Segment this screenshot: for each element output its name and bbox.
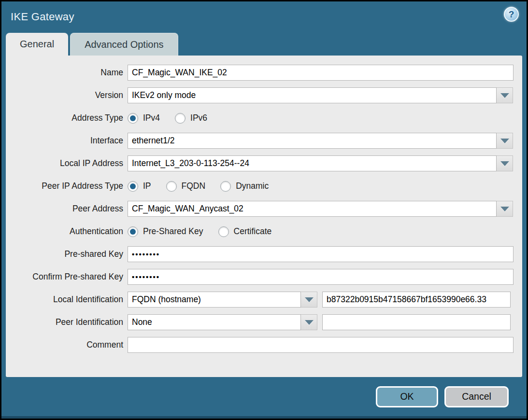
version-dropdown-button[interactable]: [497, 87, 513, 103]
comment-label: Comment: [6, 340, 123, 350]
dialog-titlebar: IKE Gateway ?: [1, 1, 527, 32]
local-identification-type-value: FQDN (hostname): [128, 292, 301, 308]
peer-address-dropdown-button[interactable]: [497, 201, 513, 217]
local-identification-type-dropdown[interactable]: FQDN (hostname): [128, 292, 317, 308]
version-row: Version IKEv2 only mode: [6, 87, 522, 103]
chevron-down-icon: [500, 139, 509, 143]
comment-row: Comment: [6, 337, 522, 353]
interface-dropdown-button[interactable]: [497, 133, 513, 149]
help-icon[interactable]: ?: [504, 7, 519, 22]
interface-row: Interface ethernet1/2: [6, 133, 522, 149]
radio-option-ip[interactable]: IP: [128, 181, 151, 192]
peer-identification-type-dropdown[interactable]: None: [128, 314, 317, 330]
chevron-down-icon: [500, 93, 509, 98]
local-identification-label: Local Identification: [6, 294, 123, 305]
radio-option-pre-shared-key[interactable]: Pre-Shared Key: [128, 226, 203, 237]
interface-dropdown[interactable]: ethernet1/2: [128, 133, 513, 149]
local-ip-address-row: Local IP Address Internet_L3_203-0-113-2…: [6, 155, 522, 171]
dialog-title: IKE Gateway: [11, 11, 74, 23]
pre-shared-key-row: Pre-shared Key: [6, 246, 522, 262]
radio-option-ipv6[interactable]: IPv6: [175, 113, 207, 124]
authentication-label: Authentication: [6, 226, 123, 237]
peer-address-dropdown[interactable]: CF_Magic_WAN_Anycast_02: [128, 201, 513, 217]
radio-button-ipv4[interactable]: [128, 113, 138, 124]
radio-button-pre-shared-key[interactable]: [128, 226, 138, 237]
peer-ip-address-type-row: Peer IP Address Type IP FQDN Dynamic: [6, 178, 522, 194]
ike-gateway-dialog: IKE Gateway ? General Advanced Options N…: [1, 1, 527, 419]
address-type-row: Address Type IPv4 IPv6: [6, 110, 522, 126]
peer-identification-dropdown-button[interactable]: [301, 314, 317, 330]
radio-option-dynamic[interactable]: Dynamic: [220, 181, 269, 192]
local-identification-dropdown-button[interactable]: [301, 292, 317, 308]
interface-label: Interface: [6, 136, 123, 146]
tab-advanced-options[interactable]: Advanced Options: [70, 33, 178, 56]
pre-shared-key-input[interactable]: [128, 246, 514, 262]
radio-option-ipv4[interactable]: IPv4: [128, 113, 160, 124]
address-type-radio-group: IPv4 IPv6: [128, 113, 222, 124]
name-row: Name: [6, 65, 522, 81]
chevron-down-icon: [305, 297, 314, 302]
chevron-down-icon: [500, 207, 509, 211]
peer-address-row: Peer Address CF_Magic_WAN_Anycast_02: [6, 201, 522, 217]
chevron-down-icon: [305, 320, 314, 325]
local-identification-row: Local Identification FQDN (hostname): [6, 292, 522, 308]
peer-ip-address-type-radio-group: IP FQDN Dynamic: [128, 181, 284, 192]
peer-address-label: Peer Address: [6, 204, 123, 214]
confirm-pre-shared-key-label: Confirm Pre-shared Key: [6, 272, 123, 282]
radio-button-dynamic[interactable]: [220, 181, 231, 192]
general-tab-panel: Name Version IKEv2 only mode Address Typ…: [6, 56, 522, 377]
peer-identification-value-input[interactable]: [322, 314, 511, 330]
version-value: IKEv2 only mode: [128, 87, 497, 103]
screenshot-frame: IKE Gateway ? General Advanced Options N…: [0, 0, 528, 420]
chevron-down-icon: [500, 161, 509, 166]
ok-button[interactable]: OK: [376, 386, 438, 407]
cancel-button[interactable]: Cancel: [444, 386, 509, 407]
radio-button-certificate[interactable]: [218, 226, 229, 237]
interface-value: ethernet1/2: [128, 133, 497, 149]
radio-button-ip[interactable]: [128, 181, 138, 192]
pre-shared-key-label: Pre-shared Key: [6, 249, 123, 259]
tab-bar: General Advanced Options: [1, 32, 527, 56]
local-ip-address-dropdown[interactable]: Internet_L3_203-0-113-254--24: [128, 155, 513, 171]
comment-input[interactable]: [128, 337, 514, 353]
radio-button-ipv6[interactable]: [175, 113, 186, 124]
local-ip-address-label: Local IP Address: [6, 158, 123, 168]
peer-address-value: CF_Magic_WAN_Anycast_02: [128, 201, 497, 217]
authentication-radio-group: Pre-Shared Key Certificate: [128, 226, 286, 237]
authentication-row: Authentication Pre-Shared Key Certificat…: [6, 224, 522, 239]
peer-identification-type-value: None: [128, 314, 301, 330]
local-ip-address-dropdown-button[interactable]: [497, 155, 513, 171]
peer-identification-row: Peer Identification None: [6, 314, 522, 330]
peer-identification-label: Peer Identification: [6, 317, 123, 327]
radio-button-fqdn[interactable]: [166, 181, 177, 192]
version-dropdown[interactable]: IKEv2 only mode: [128, 87, 513, 103]
address-type-label: Address Type: [6, 113, 123, 123]
name-input[interactable]: [128, 65, 514, 81]
dialog-footer: OK Cancel: [1, 377, 527, 416]
peer-ip-address-type-label: Peer IP Address Type: [6, 181, 123, 191]
local-identification-value-input[interactable]: [322, 292, 511, 308]
dialog-bottom-edge: [1, 416, 527, 419]
confirm-pre-shared-key-input[interactable]: [128, 269, 514, 285]
name-label: Name: [6, 68, 123, 78]
radio-option-certificate[interactable]: Certificate: [218, 226, 272, 237]
radio-option-fqdn[interactable]: FQDN: [166, 181, 206, 192]
version-label: Version: [6, 90, 123, 100]
tab-general[interactable]: General: [6, 33, 68, 56]
local-ip-address-value: Internet_L3_203-0-113-254--24: [128, 155, 497, 171]
confirm-pre-shared-key-row: Confirm Pre-shared Key: [6, 269, 522, 285]
